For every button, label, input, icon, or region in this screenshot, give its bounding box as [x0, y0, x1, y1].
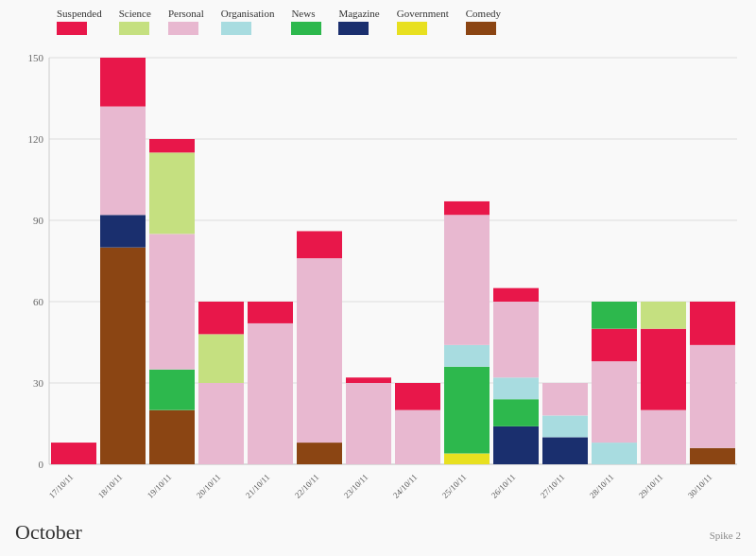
bar-segment — [444, 215, 490, 345]
legend-label: Government — [397, 8, 449, 19]
bar-segment — [51, 443, 96, 464]
x-label: 28/10/11 — [588, 472, 615, 499]
svg-text:90: 90 — [33, 215, 44, 226]
svg-text:150: 150 — [28, 52, 44, 63]
bar-segment — [444, 345, 490, 367]
legend-item-comedy: Comedy — [466, 8, 501, 35]
x-label: 26/10/11 — [490, 472, 517, 499]
bar-segment — [149, 234, 195, 369]
x-label: 19/10/11 — [146, 472, 173, 499]
legend-label: Magazine — [338, 8, 379, 19]
legend-swatch — [168, 22, 198, 35]
bar-segment — [444, 454, 490, 464]
bar-segment — [100, 248, 146, 464]
svg-text:30: 30 — [33, 377, 44, 389]
bar-segment — [493, 288, 539, 302]
svg-text:120: 120 — [28, 133, 44, 145]
legend-swatch — [338, 22, 369, 35]
bar-chart: 030609012015017/10/1118/10/1119/10/1120/… — [0, 48, 756, 512]
legend-item-magazine: Magazine — [338, 8, 379, 35]
bar-segment — [641, 302, 686, 329]
bar-segment — [297, 258, 342, 443]
legend-item-personal: Personal — [168, 8, 204, 35]
month-label: October — [15, 520, 82, 545]
legend-item-news: News — [291, 8, 321, 35]
bar-segment — [248, 323, 293, 464]
bar-segment — [493, 302, 539, 377]
spike-label: Spike 2 — [710, 530, 741, 541]
bar-segment — [100, 58, 146, 107]
legend-swatch — [466, 22, 496, 35]
bar-segment — [641, 410, 686, 464]
bar-segment — [493, 399, 539, 426]
legend-item-suspended: Suspended — [57, 8, 102, 35]
x-label: 27/10/11 — [539, 472, 566, 499]
x-label: 22/10/11 — [293, 472, 320, 499]
bar-segment — [444, 367, 490, 454]
legend-label: Personal — [168, 8, 204, 19]
bar-segment — [100, 215, 146, 247]
x-label: 24/10/11 — [391, 472, 419, 499]
bar-segment — [149, 370, 195, 410]
legend-label: Suspended — [57, 8, 102, 19]
legend-swatch — [291, 22, 321, 35]
bar-segment — [346, 377, 391, 383]
bar-segment — [690, 345, 735, 448]
legend-label: Organisation — [221, 8, 275, 19]
bar-segment — [493, 426, 539, 464]
bar-segment — [198, 302, 244, 334]
x-label: 23/10/11 — [342, 472, 369, 499]
bar-segment — [592, 302, 637, 329]
x-label: 20/10/11 — [195, 472, 222, 499]
bar-segment — [149, 152, 195, 234]
legend-swatch — [221, 22, 251, 35]
legend-item-organisation: Organisation — [221, 8, 275, 35]
legend-label: Comedy — [466, 8, 501, 19]
legend-label: Science — [119, 8, 151, 19]
legend-swatch — [57, 22, 87, 35]
bar-segment — [542, 415, 588, 437]
bar-segment — [248, 302, 293, 323]
x-label: 18/10/11 — [96, 472, 124, 499]
bar-segment — [542, 383, 588, 415]
bar-segment — [641, 329, 686, 410]
bar-segment — [444, 201, 490, 215]
legend-item-science: Science — [119, 8, 151, 35]
bar-segment — [149, 139, 195, 152]
svg-text:0: 0 — [39, 459, 44, 470]
legend-swatch — [397, 22, 427, 35]
x-label: 25/10/11 — [440, 472, 468, 499]
bar-segment — [395, 410, 440, 464]
bar-segment — [690, 302, 735, 345]
bar-segment — [198, 334, 244, 383]
bar-segment — [346, 383, 391, 464]
legend-label: News — [291, 8, 315, 19]
bar-segment — [297, 443, 342, 464]
x-label: 17/10/11 — [47, 472, 75, 499]
bar-segment — [690, 448, 735, 464]
chart-footer: October Spike 2 — [15, 520, 741, 545]
bar-segment — [493, 377, 539, 399]
legend-swatch — [119, 22, 149, 35]
bar-segment — [592, 361, 637, 443]
x-label: 29/10/11 — [637, 472, 664, 499]
x-label: 30/10/11 — [686, 472, 713, 499]
bar-segment — [542, 437, 588, 464]
bar-segment — [149, 410, 195, 464]
svg-text:60: 60 — [33, 296, 44, 307]
bar-segment — [592, 329, 637, 361]
x-label: 21/10/11 — [244, 472, 271, 499]
legend-item-government: Government — [397, 8, 449, 35]
bar-segment — [395, 383, 440, 410]
chart-legend: Suspended Science Personal Organisation … — [0, 0, 756, 39]
bar-segment — [100, 107, 146, 216]
bar-segment — [198, 383, 244, 464]
bar-segment — [297, 231, 342, 258]
bar-segment — [592, 443, 637, 464]
